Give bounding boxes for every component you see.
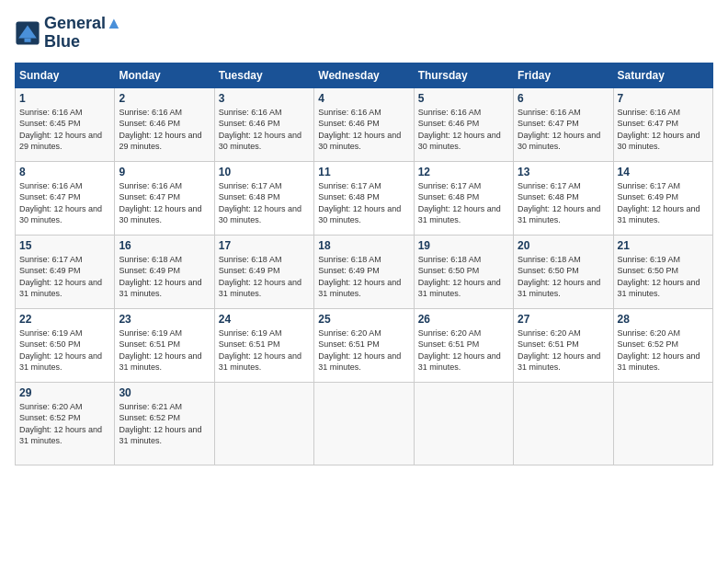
calendar-cell: 18 Sunrise: 6:18 AM Sunset: 6:49 PM Dayl…: [314, 235, 414, 308]
day-info: Sunrise: 6:17 AM Sunset: 6:48 PM Dayligh…: [318, 180, 409, 226]
day-number: 3: [219, 92, 310, 105]
day-info: Sunrise: 6:18 AM Sunset: 6:50 PM Dayligh…: [418, 254, 509, 300]
calendar-cell: 22 Sunrise: 6:19 AM Sunset: 6:50 PM Dayl…: [16, 308, 115, 382]
calendar-cell: 11 Sunrise: 6:17 AM Sunset: 6:48 PM Dayl…: [314, 161, 414, 235]
day-info: Sunrise: 6:18 AM Sunset: 6:50 PM Dayligh…: [518, 254, 609, 300]
day-info: Sunrise: 6:16 AM Sunset: 6:45 PM Dayligh…: [19, 107, 110, 153]
day-number: 1: [19, 92, 110, 105]
day-number: 18: [318, 239, 409, 252]
day-info: Sunrise: 6:20 AM Sunset: 6:52 PM Dayligh…: [19, 401, 110, 447]
day-info: Sunrise: 6:17 AM Sunset: 6:48 PM Dayligh…: [219, 180, 310, 226]
day-number: 30: [119, 386, 210, 399]
day-number: 2: [119, 92, 210, 105]
day-info: Sunrise: 6:18 AM Sunset: 6:49 PM Dayligh…: [119, 254, 210, 300]
calendar-cell: 1 Sunrise: 6:16 AM Sunset: 6:45 PM Dayli…: [16, 87, 115, 161]
day-info: Sunrise: 6:18 AM Sunset: 6:49 PM Dayligh…: [219, 254, 310, 300]
day-info: Sunrise: 6:19 AM Sunset: 6:51 PM Dayligh…: [219, 327, 310, 373]
calendar-cell: 27 Sunrise: 6:20 AM Sunset: 6:51 PM Dayl…: [514, 308, 613, 382]
calendar-cell: 20 Sunrise: 6:18 AM Sunset: 6:50 PM Dayl…: [514, 235, 613, 308]
calendar-cell: 2 Sunrise: 6:16 AM Sunset: 6:46 PM Dayli…: [115, 87, 214, 161]
calendar-cell: 29 Sunrise: 6:20 AM Sunset: 6:52 PM Dayl…: [16, 382, 115, 465]
logo: General▲ Blue: [15, 15, 122, 52]
day-info: Sunrise: 6:16 AM Sunset: 6:46 PM Dayligh…: [119, 107, 210, 153]
day-number: 19: [418, 239, 509, 252]
day-number: 16: [119, 239, 210, 252]
calendar-cell: 19 Sunrise: 6:18 AM Sunset: 6:50 PM Dayl…: [414, 235, 513, 308]
weekday-header-tuesday: Tuesday: [214, 63, 313, 87]
day-number: 17: [219, 239, 310, 252]
calendar-cell: [613, 382, 712, 465]
day-info: Sunrise: 6:17 AM Sunset: 6:48 PM Dayligh…: [418, 180, 509, 226]
calendar-cell: 5 Sunrise: 6:16 AM Sunset: 6:46 PM Dayli…: [414, 87, 513, 161]
day-info: Sunrise: 6:19 AM Sunset: 6:50 PM Dayligh…: [618, 254, 709, 300]
day-number: 12: [418, 166, 509, 178]
calendar-table: SundayMondayTuesdayWednesdayThursdayFrid…: [15, 63, 713, 465]
day-number: 6: [518, 92, 609, 105]
calendar-cell: 28 Sunrise: 6:20 AM Sunset: 6:52 PM Dayl…: [613, 308, 712, 382]
day-info: Sunrise: 6:16 AM Sunset: 6:47 PM Dayligh…: [618, 107, 709, 153]
day-number: 22: [19, 313, 110, 326]
day-number: 26: [418, 313, 509, 326]
day-info: Sunrise: 6:19 AM Sunset: 6:50 PM Dayligh…: [19, 327, 110, 373]
calendar-cell: 7 Sunrise: 6:16 AM Sunset: 6:47 PM Dayli…: [613, 87, 712, 161]
calendar-cell: [414, 382, 513, 465]
weekday-header-friday: Friday: [514, 63, 613, 87]
day-number: 11: [318, 166, 409, 178]
calendar-cell: 4 Sunrise: 6:16 AM Sunset: 6:46 PM Dayli…: [314, 87, 414, 161]
logo-icon: [15, 20, 40, 46]
calendar-cell: 8 Sunrise: 6:16 AM Sunset: 6:47 PM Dayli…: [16, 161, 115, 235]
calendar-header: SundayMondayTuesdayWednesdayThursdayFrid…: [16, 63, 713, 87]
day-info: Sunrise: 6:17 AM Sunset: 6:49 PM Dayligh…: [618, 180, 709, 226]
calendar-cell: 21 Sunrise: 6:19 AM Sunset: 6:50 PM Dayl…: [613, 235, 712, 308]
day-info: Sunrise: 6:16 AM Sunset: 6:46 PM Dayligh…: [418, 107, 509, 153]
day-info: Sunrise: 6:17 AM Sunset: 6:49 PM Dayligh…: [19, 254, 110, 300]
day-number: 9: [119, 166, 210, 178]
day-number: 28: [618, 313, 709, 326]
day-info: Sunrise: 6:16 AM Sunset: 6:47 PM Dayligh…: [19, 180, 110, 226]
day-info: Sunrise: 6:16 AM Sunset: 6:46 PM Dayligh…: [219, 107, 310, 153]
day-info: Sunrise: 6:20 AM Sunset: 6:52 PM Dayligh…: [618, 327, 709, 373]
day-number: 15: [19, 239, 110, 252]
calendar-cell: 30 Sunrise: 6:21 AM Sunset: 6:52 PM Dayl…: [115, 382, 214, 465]
day-number: 14: [618, 166, 709, 178]
calendar-cell: 10 Sunrise: 6:17 AM Sunset: 6:48 PM Dayl…: [214, 161, 313, 235]
weekday-header-monday: Monday: [115, 63, 214, 87]
day-number: 24: [219, 313, 310, 326]
weekday-header-wednesday: Wednesday: [314, 63, 414, 87]
day-number: 20: [518, 239, 609, 252]
svg-rect-2: [25, 38, 31, 41]
day-info: Sunrise: 6:16 AM Sunset: 6:47 PM Dayligh…: [518, 107, 609, 153]
calendar-cell: 17 Sunrise: 6:18 AM Sunset: 6:49 PM Dayl…: [214, 235, 313, 308]
day-number: 10: [219, 166, 310, 178]
calendar-cell: 14 Sunrise: 6:17 AM Sunset: 6:49 PM Dayl…: [613, 161, 712, 235]
day-info: Sunrise: 6:18 AM Sunset: 6:49 PM Dayligh…: [318, 254, 409, 300]
day-info: Sunrise: 6:16 AM Sunset: 6:47 PM Dayligh…: [119, 180, 210, 226]
day-number: 25: [318, 313, 409, 326]
logo-text: General▲ Blue: [44, 15, 122, 52]
day-info: Sunrise: 6:19 AM Sunset: 6:51 PM Dayligh…: [119, 327, 210, 373]
calendar-cell: [214, 382, 313, 465]
day-number: 27: [518, 313, 609, 326]
weekday-header-saturday: Saturday: [613, 63, 712, 87]
day-number: 29: [19, 386, 110, 399]
calendar-cell: 26 Sunrise: 6:20 AM Sunset: 6:51 PM Dayl…: [414, 308, 513, 382]
calendar-cell: [514, 382, 613, 465]
day-number: 5: [418, 92, 509, 105]
day-info: Sunrise: 6:20 AM Sunset: 6:51 PM Dayligh…: [318, 327, 409, 373]
calendar-cell: 9 Sunrise: 6:16 AM Sunset: 6:47 PM Dayli…: [115, 161, 214, 235]
day-number: 8: [19, 166, 110, 178]
calendar-cell: 25 Sunrise: 6:20 AM Sunset: 6:51 PM Dayl…: [314, 308, 414, 382]
day-number: 21: [618, 239, 709, 252]
calendar-cell: 15 Sunrise: 6:17 AM Sunset: 6:49 PM Dayl…: [16, 235, 115, 308]
day-info: Sunrise: 6:21 AM Sunset: 6:52 PM Dayligh…: [119, 401, 210, 447]
day-number: 23: [119, 313, 210, 326]
day-info: Sunrise: 6:20 AM Sunset: 6:51 PM Dayligh…: [518, 327, 609, 373]
weekday-header-thursday: Thursday: [414, 63, 513, 87]
calendar-cell: 13 Sunrise: 6:17 AM Sunset: 6:48 PM Dayl…: [514, 161, 613, 235]
day-number: 4: [318, 92, 409, 105]
day-number: 13: [518, 166, 609, 178]
day-number: 7: [618, 92, 709, 105]
calendar-cell: 12 Sunrise: 6:17 AM Sunset: 6:48 PM Dayl…: [414, 161, 513, 235]
calendar-cell: [314, 382, 414, 465]
calendar-cell: 24 Sunrise: 6:19 AM Sunset: 6:51 PM Dayl…: [214, 308, 313, 382]
